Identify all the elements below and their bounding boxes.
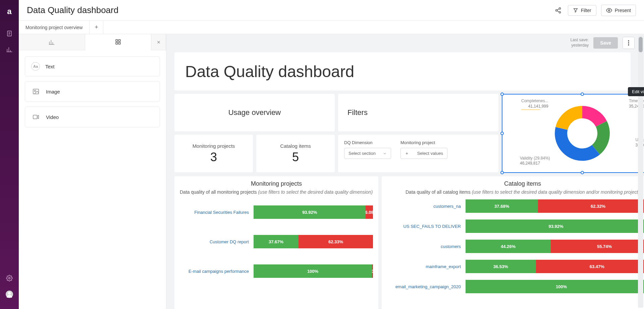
svg-point-1 <box>9 277 10 279</box>
donut-label-validity: Validity (29.84%) 46,249,817 <box>520 156 550 166</box>
stat-label: Catalog items <box>280 143 311 149</box>
more-vertical-icon <box>628 40 629 46</box>
canvas-topbar: Last save: yesterday Save <box>571 37 635 49</box>
svg-point-7 <box>608 9 610 11</box>
content-row: Aa Text Image Video <box>19 34 644 309</box>
last-save-text: Last save: yesterday <box>571 38 589 48</box>
widget-panel: Aa Text Image Video <box>19 34 166 309</box>
bar-good-segment: 100% <box>466 280 644 293</box>
plus-icon <box>405 151 409 156</box>
svg-point-4 <box>559 7 560 9</box>
vertical-scrollbar <box>638 36 643 308</box>
widget-item-label: Text <box>45 64 55 69</box>
panel-title: Monitoring projects <box>180 180 373 187</box>
donut-visualization[interactable]: Completenes... 41,141,999 Timeliness (2.… <box>502 94 644 173</box>
text-icon: Aa <box>31 62 40 71</box>
eye-icon <box>606 7 612 13</box>
bar-bad-segment: 55.74% <box>551 240 644 253</box>
widget-item-label: Video <box>46 114 59 120</box>
bar-bad-segment: 0 <box>372 264 373 278</box>
tab-add-button[interactable]: + <box>90 21 103 34</box>
monitoring-project-select[interactable]: Select values <box>400 148 447 159</box>
filter-dq-dimension: DQ Dimension Select section <box>344 140 391 167</box>
chevron-down-icon <box>383 151 387 156</box>
app-logo: a <box>7 7 11 16</box>
svg-point-15 <box>628 40 629 41</box>
panel-monitoring-projects[interactable]: Monitoring projects Data quality of all … <box>174 176 378 309</box>
bar-category-label: customers <box>387 244 466 249</box>
bar-good-segment: 36.53% <box>466 260 536 273</box>
nav-settings-icon[interactable] <box>3 271 16 285</box>
share-icon[interactable] <box>553 5 563 15</box>
bar-bad-segment: 62.32% <box>538 199 644 213</box>
edit-visualization-tooltip: Edit visualization <box>628 87 644 96</box>
widget-panel-close[interactable] <box>151 34 166 50</box>
bar-track: 93.92%6.08 <box>254 205 373 219</box>
bar-bad-segment: 6.08 <box>366 205 373 219</box>
filter-monitoring-project: Monitoring project Select values <box>400 140 447 167</box>
page-title: Data Quality dashboard <box>27 5 118 15</box>
tab-monitoring-overview[interactable]: Monitoring project overview <box>19 21 90 34</box>
stat-value: 3 <box>210 150 217 164</box>
widget-item-video[interactable]: Video <box>25 107 160 127</box>
video-icon <box>31 112 41 122</box>
present-button[interactable]: Present <box>601 5 636 16</box>
nav-document-icon[interactable] <box>3 27 16 40</box>
svg-point-17 <box>628 44 629 45</box>
widget-item-image[interactable]: Image <box>25 81 160 102</box>
nav-chart-icon[interactable] <box>3 43 16 56</box>
dashboard-title-card[interactable]: Data Quality dashboard <box>174 52 631 90</box>
filter-icon <box>573 8 578 13</box>
bar-row: customers_na37.68%62.32% <box>387 199 644 213</box>
stat-catalog-items[interactable]: Catalog items 5 <box>256 135 335 172</box>
bar-bad-segment: 62.33% <box>299 235 373 248</box>
svg-rect-14 <box>33 115 37 119</box>
bar-chart-icon <box>48 39 55 46</box>
svg-point-16 <box>628 42 629 43</box>
card-usage-overview[interactable]: Usage overview <box>174 94 335 131</box>
bar-category-label: customers_na <box>387 204 466 209</box>
tabs-bar: Monitoring project overview + <box>19 21 644 34</box>
bar-track: 44.26%55.74% <box>466 240 644 253</box>
dq-dimension-select[interactable]: Select section <box>344 148 391 159</box>
image-icon <box>31 87 41 96</box>
bar-category-label: Financial Securities Failures <box>180 210 254 215</box>
bar-good-segment: 93.92% <box>254 205 366 219</box>
widget-panel-tabs <box>19 34 166 50</box>
bar-good-segment: 37.68% <box>466 199 538 213</box>
bar-bad-segment: 63.47% <box>536 260 644 273</box>
donut-chart <box>549 100 616 167</box>
bar-track: 93.92%6.08% <box>466 220 644 233</box>
filter-label: Filter <box>581 8 591 13</box>
bar-category-label: E-mail campaigns performance <box>180 269 254 274</box>
bar-row: email_marketing_campaign_2020100%0 <box>387 280 644 293</box>
widget-tab-charts[interactable] <box>19 34 85 50</box>
nav-avatar[interactable] <box>3 288 16 301</box>
widget-item-text[interactable]: Aa Text <box>25 56 160 76</box>
stat-value: 5 <box>292 150 299 164</box>
widget-tab-grid[interactable] <box>85 34 152 50</box>
svg-rect-11 <box>118 43 120 44</box>
card-filters-header[interactable]: Filters <box>338 94 498 131</box>
bar-category-label: Customer DQ report <box>180 239 254 244</box>
bar-row: mainframe_export36.53%63.47% <box>387 260 644 273</box>
bar-row: E-mail campaigns performance100%0 <box>180 264 373 278</box>
bar-good-segment: 44.26% <box>466 240 551 253</box>
panel-catalog-items[interactable]: Catalog items Data quality of all catalo… <box>382 176 644 309</box>
filter-button[interactable]: Filter <box>568 5 596 16</box>
bar-row: customers44.26%55.74% <box>387 240 644 253</box>
bar-category-label: mainframe_export <box>387 264 466 269</box>
svg-point-13 <box>34 90 36 91</box>
filter-label: DQ Dimension <box>344 140 391 145</box>
stat-monitoring-projects[interactable]: Monitoring projects 3 <box>174 135 253 172</box>
svg-point-3 <box>8 292 11 295</box>
bar-track: 36.53%63.47% <box>466 260 644 273</box>
bar-good-segment: 93.92% <box>466 220 644 233</box>
more-menu-button[interactable] <box>623 37 635 49</box>
app-sidebar: a <box>0 0 19 309</box>
bar-row: US SEC_FAILS TO DELIVER93.92%6.08% <box>387 220 644 233</box>
filters-card[interactable]: DQ Dimension Select section Monitoring p… <box>338 135 498 172</box>
scroll-thumb[interactable] <box>639 37 643 52</box>
save-button[interactable]: Save <box>593 37 618 49</box>
bar-category-label: US SEC_FAILS TO DELIVER <box>387 224 466 229</box>
